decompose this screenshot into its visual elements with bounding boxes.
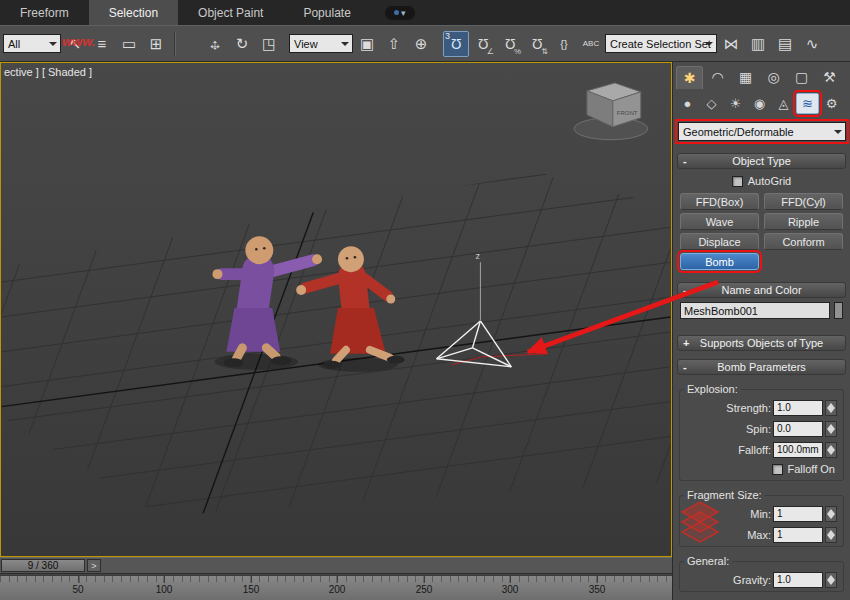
- ruler-label-200: 200: [329, 584, 346, 595]
- select-and-scale-button[interactable]: ◳: [256, 31, 282, 57]
- spinner-snap-button[interactable]: Ω⇅: [524, 31, 550, 57]
- falloff-spinner[interactable]: [825, 442, 837, 458]
- ribbon-tab-selection[interactable]: Selection: [89, 0, 178, 25]
- ruler-label-150: 150: [243, 584, 260, 595]
- character-purple-monk[interactable]: [213, 236, 323, 367]
- category-lights[interactable]: ☀: [724, 93, 747, 114]
- tab-motion[interactable]: ◎: [760, 66, 787, 89]
- category-systems[interactable]: ⚙: [820, 93, 843, 114]
- select-and-place-button[interactable]: ⇧: [381, 31, 407, 57]
- ffd-box-button[interactable]: FFD(Box): [680, 193, 759, 210]
- ruler-label-250: 250: [416, 584, 433, 595]
- falloff-field[interactable]: [773, 442, 823, 458]
- bomb-spacewarp-gizmo[interactable]: z: [437, 251, 548, 367]
- rollout-bomb-parameters-header[interactable]: - Bomb Parameters: [677, 359, 846, 375]
- rollout-name-color: - Name and Color: [677, 282, 846, 323]
- window-crossing-button[interactable]: ⊞: [143, 31, 169, 57]
- rollout-title: Supports Objects of Type: [693, 337, 830, 349]
- ribbon-collapse-button[interactable]: ▾: [385, 6, 415, 20]
- category-space-warps[interactable]: ≋: [796, 93, 819, 114]
- use-pivot-center-button[interactable]: ▣: [354, 31, 380, 57]
- viewcube[interactable]: FRONT: [574, 83, 648, 140]
- keyboard-override-button[interactable]: {}: [551, 31, 577, 57]
- gravity-spinner[interactable]: [825, 572, 837, 588]
- spin-field[interactable]: [773, 421, 823, 437]
- ruler-label-300: 300: [502, 584, 519, 595]
- category-geometry[interactable]: ●: [676, 93, 699, 114]
- selection-region-button[interactable]: ▭: [116, 31, 142, 57]
- time-slider-handle[interactable]: 9 / 360: [1, 559, 85, 572]
- strength-label: Strength:: [726, 402, 771, 414]
- max-field[interactable]: [773, 527, 823, 543]
- collapse-sign: -: [683, 155, 693, 167]
- category-helpers[interactable]: ◬: [772, 93, 795, 114]
- ripple-button[interactable]: Ripple: [764, 213, 843, 230]
- autogrid-checkbox[interactable]: [732, 176, 743, 187]
- time-slider-track[interactable]: 9 / 360 >: [0, 557, 672, 574]
- move-icon: ↔↕: [207, 36, 223, 52]
- falloff-on-checkbox[interactable]: [772, 464, 783, 475]
- wave-button[interactable]: Wave: [680, 213, 759, 230]
- viewport-canvas[interactable]: FRONT: [1, 63, 671, 556]
- watermark-logo: [675, 496, 725, 552]
- min-label: Min:: [750, 508, 771, 520]
- command-panel-tabs: ✱ ◠ ▦ ◎ ▢ ⚒: [673, 62, 850, 90]
- lights-icon: ☀: [730, 96, 742, 111]
- angle-snap-button[interactable]: Ω∠: [470, 31, 496, 57]
- gravity-field[interactable]: [773, 572, 823, 588]
- selection-filter-combo[interactable]: All: [3, 34, 61, 53]
- object-color-swatch[interactable]: [834, 302, 843, 319]
- ribbon-tab-populate[interactable]: Populate: [283, 0, 370, 25]
- rollout-object-type-header[interactable]: - Object Type: [677, 153, 846, 169]
- bomb-button[interactable]: Bomb: [680, 253, 759, 270]
- align-button[interactable]: ▥: [745, 31, 771, 57]
- tab-hierarchy[interactable]: ▦: [732, 66, 759, 89]
- ribbon-tab-freeform[interactable]: Freeform: [0, 0, 89, 25]
- tab-display[interactable]: ▢: [788, 66, 815, 89]
- ribbon-tab-object-paint[interactable]: Object Paint: [178, 0, 283, 25]
- layer-manager-button[interactable]: ▤: [772, 31, 798, 57]
- current-frame-label: 9 / 360: [28, 560, 59, 571]
- spacewarp-category-combo[interactable]: Geometric/Deformable: [678, 122, 846, 141]
- min-spinner[interactable]: [825, 506, 837, 522]
- strength-field[interactable]: [773, 400, 823, 416]
- explosion-legend: Explosion:: [684, 383, 741, 395]
- perspective-viewport[interactable]: ective ] [ Shaded ]: [0, 62, 672, 557]
- percent-snap-button[interactable]: Ω%: [497, 31, 523, 57]
- select-and-rotate-button[interactable]: ↻: [229, 31, 255, 57]
- snaps-toggle-button[interactable]: 3 Ω: [443, 31, 469, 57]
- selection-set-combo[interactable]: Create Selection Set: [605, 34, 717, 53]
- mirror-button[interactable]: ⋈: [718, 31, 744, 57]
- rollout-supports-header[interactable]: + Supports Objects of Type: [677, 335, 846, 351]
- object-name-field[interactable]: [680, 302, 830, 319]
- align-icon: ▥: [751, 35, 765, 53]
- spin-spinner[interactable]: [825, 421, 837, 437]
- tab-create[interactable]: ✱: [676, 66, 703, 89]
- scale-icon: ◳: [262, 35, 276, 53]
- spinner-glyph: ⇅: [541, 47, 548, 56]
- tab-utilities[interactable]: ⚒: [816, 66, 843, 89]
- named-selection-sets-button[interactable]: ABC: [578, 31, 604, 57]
- tab-modify[interactable]: ◠: [704, 66, 731, 89]
- rollout-object-type: - Object Type AutoGrid FFD(Box) FFD(Cyl)…: [677, 153, 846, 274]
- named-sets-icon: ABC: [583, 39, 599, 48]
- curve-editor-button[interactable]: ∿: [799, 31, 825, 57]
- strength-spinner[interactable]: [825, 400, 837, 416]
- select-and-manipulate-button[interactable]: ⊕: [408, 31, 434, 57]
- category-shapes[interactable]: ◇: [700, 93, 723, 114]
- select-and-move-button[interactable]: ↔↕: [202, 31, 228, 57]
- rollout-title: Name and Color: [693, 284, 830, 296]
- category-cameras[interactable]: ◉: [748, 93, 771, 114]
- reference-coordsys-combo[interactable]: View: [289, 34, 353, 53]
- rollout-supports: + Supports Objects of Type: [677, 335, 846, 351]
- create-icon: ✱: [684, 70, 696, 86]
- displace-button[interactable]: Displace: [680, 233, 759, 250]
- min-field[interactable]: [773, 506, 823, 522]
- max-spinner[interactable]: [825, 527, 837, 543]
- ffd-cyl-button[interactable]: FFD(Cyl): [764, 193, 843, 210]
- track-bar-ruler[interactable]: 50 100 150 200 250 300 350: [0, 575, 672, 600]
- rollout-name-color-header[interactable]: - Name and Color: [677, 282, 846, 298]
- viewport-label: ective ] [ Shaded ]: [4, 66, 92, 78]
- conform-button[interactable]: Conform: [764, 233, 843, 250]
- next-frame-button[interactable]: >: [87, 559, 101, 572]
